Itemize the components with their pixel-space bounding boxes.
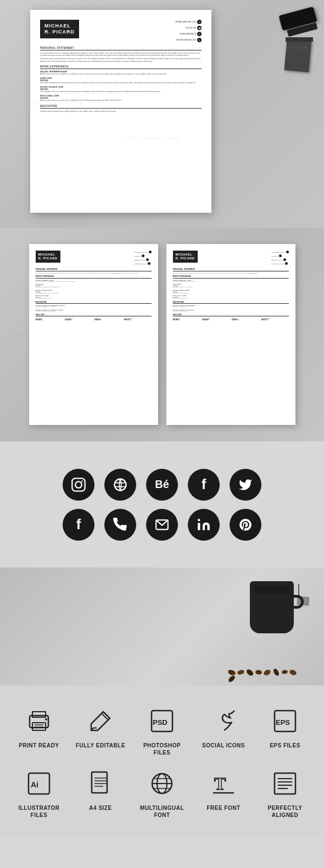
contact-facebook: FACEBOOK/MICHEL.DUE f xyxy=(175,38,202,42)
linkedin-sm-r-icon xyxy=(283,258,286,261)
feature-aligned: PERFECTLY ALIGNED xyxy=(257,767,313,819)
personal-statement-title: PERSONAL STATEMENT xyxy=(40,47,202,50)
svg-point-6 xyxy=(198,519,200,521)
resume-small-left: MICHAEL R. PICARD MICHAEL@MICHAEL.COM 01… xyxy=(29,244,158,425)
brush-icon-wrap xyxy=(84,705,117,737)
linkedin-icon-circle xyxy=(188,509,220,541)
pinterest-icon-circle xyxy=(230,509,261,541)
phone-sm-r-icon xyxy=(279,254,282,257)
contact-phone: 0123-456-789 ☎ xyxy=(175,26,202,30)
svg-text:T: T xyxy=(214,774,226,793)
svg-text:PSD: PSD xyxy=(153,718,167,727)
resume-large: MICHAEL R. PICARD MICHAEL@MICHAEL.COM ✉ … xyxy=(30,10,211,213)
bean xyxy=(245,668,255,677)
phone-sm-icon xyxy=(142,254,144,257)
print-ready-label: PRINT READY xyxy=(19,742,59,749)
cup-body xyxy=(250,581,294,633)
book-spine xyxy=(286,37,313,42)
work-entry-2: ACME CORP. 2005-2008 Cras mattis consect… xyxy=(40,77,202,84)
phone-icon: ☎ xyxy=(197,26,202,30)
social-icons-section: Bé f f xyxy=(0,441,324,568)
svg-rect-32 xyxy=(275,773,295,794)
feature-multilingual: MULTILINGUAL FONT xyxy=(134,767,190,819)
bean xyxy=(281,670,288,674)
psd-icon-wrap: PSD xyxy=(146,705,178,737)
features-grid: PRINT READY FULLY EDITABLE PSD PHOTOSH xyxy=(11,705,313,819)
print-icon-wrap xyxy=(23,705,55,737)
svg-rect-0 xyxy=(72,478,85,491)
social-icons-label: SOCIAL ICONS xyxy=(202,742,245,749)
svg-point-1 xyxy=(75,481,82,488)
a4-label: A4 SIZE xyxy=(89,804,111,812)
feature-eps: EPS EPS FILES xyxy=(257,705,313,756)
skills-title-sm-l: SKILLSET xyxy=(36,314,152,317)
svg-point-3 xyxy=(115,479,126,490)
svg-point-2 xyxy=(81,480,83,482)
bean xyxy=(237,669,245,675)
skills-row-right: PHOTOSHOP ILLUSTRATOR INDESIGN AFTER EFF… xyxy=(173,317,289,320)
feature-fully-editable: FULLY EDITABLE xyxy=(72,705,129,756)
svg-point-10 xyxy=(45,718,47,721)
ps-title-sm-l: PERSONAL STATEMENT xyxy=(36,268,152,271)
email-sm-icon xyxy=(149,251,152,253)
we-title-sm-l: WORK EXPERIENCE xyxy=(36,275,152,279)
work-entry-1: 2003-2005 · INTERNSHIP AT ACME Morbi leo… xyxy=(40,71,202,75)
work-entry-3: ROCKET SCIENCE CORP. 2008-2014 Fusce dap… xyxy=(40,86,202,93)
icon-row-1: Bé f xyxy=(63,469,261,501)
coffee-beans xyxy=(228,670,305,681)
name-block-small-right: MICHAEL R. PICARD xyxy=(173,251,198,263)
we-title-sm-r: WORK EXPERIENCE xyxy=(173,275,289,279)
social-icon-wrap xyxy=(207,705,240,737)
name-block-large: MICHAEL R. PICARD xyxy=(40,20,79,38)
hero-section: MICHAEL R. PICARD MICHAEL@MICHAEL.COM ✉ … xyxy=(0,0,324,228)
feature-photoshop: PSD PHOTOSHOP FILES xyxy=(134,705,190,756)
feature-print-ready: PRINT READY xyxy=(11,705,67,756)
photoshop-label: PHOTOSHOP FILES xyxy=(134,742,190,756)
email-sm-r-icon xyxy=(286,251,289,253)
facebook-icon-circle: f xyxy=(188,469,220,501)
feature-free-font: T FREE FONT xyxy=(195,767,252,819)
contact-email: MICHAEL@MICHAEL.COM ✉ xyxy=(175,20,202,24)
fully-editable-label: FULLY EDITABLE xyxy=(76,742,125,749)
twitter-icon-circle xyxy=(230,469,261,501)
email-icon: ✉ xyxy=(197,20,202,24)
feature-illustrator: Ai ILLUSTRATOR FILES xyxy=(11,767,67,819)
icon-row-2: f xyxy=(63,509,261,541)
feature-a4: A4 SIZE xyxy=(72,767,129,819)
ai-icon-wrap: Ai xyxy=(23,767,55,800)
bean xyxy=(263,668,272,676)
multilingual-label: MULTILINGUAL FONT xyxy=(134,804,190,819)
perfectly-aligned-label: PERFECTLY ALIGNED xyxy=(257,804,313,819)
svg-rect-9 xyxy=(32,723,46,730)
facebook-alt-icon-circle: f xyxy=(63,509,94,541)
font-icon-wrap: T xyxy=(207,767,240,800)
book-decoration xyxy=(284,37,311,72)
contact-linkedin: LINKEDIN/MICHALOE in xyxy=(175,32,202,36)
cup-top-ring xyxy=(254,586,289,594)
skills-row-left: PHOTOSHOP ILLUSTRATOR INDESIGN AFTER EFF… xyxy=(36,317,152,320)
cup-handle xyxy=(294,595,304,609)
ps-title-sm-r: PERSONAL STATEMENT xyxy=(173,268,289,271)
dribbble-icon-circle xyxy=(104,469,136,501)
education-title: EDUCATION xyxy=(40,105,202,109)
contact-small-right: MICHAEL@MICHAEL.COM 0123-456-789 LINKEDI… xyxy=(271,251,289,265)
fb-sm-r-icon xyxy=(285,262,288,265)
svg-text:EPS: EPS xyxy=(276,718,290,727)
svg-rect-20 xyxy=(92,772,107,793)
resume-small-right: MICHAEL R. PICARD MICHAEL@MICHAEL.COM 01… xyxy=(166,244,295,425)
behance-icon-circle: Bé xyxy=(146,469,178,501)
bean xyxy=(227,674,236,683)
feature-social-icons: SOCIAL ICONS xyxy=(195,705,252,756)
bean xyxy=(255,670,262,674)
svg-rect-8 xyxy=(32,712,46,717)
a4-icon-wrap xyxy=(84,767,117,800)
contact-small-left: MICHAEL@MICHAEL.COM 0123-456-789 LINKEDI… xyxy=(134,251,152,265)
name-block-small-left: MICHAEL R. PICARD xyxy=(36,251,60,263)
feature-icons-section: PRINT READY FULLY EDITABLE PSD PHOTOSH xyxy=(0,685,324,838)
work-experience-title: WORK EXPERIENCE xyxy=(40,65,202,69)
eps-label: EPS FILES xyxy=(270,742,300,749)
coffee-section xyxy=(0,568,324,685)
skills-title-sm-r: SKILLSET xyxy=(173,314,289,317)
linkedin-icon: in xyxy=(197,32,202,36)
align-icon-wrap xyxy=(269,767,301,800)
